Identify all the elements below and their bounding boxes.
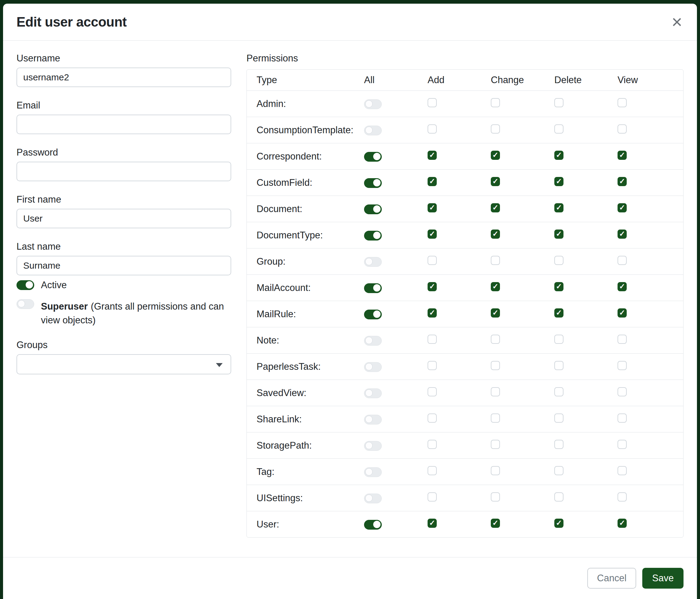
permission-add-checkbox[interactable] bbox=[428, 230, 437, 239]
username-input[interactable] bbox=[17, 68, 231, 87]
permission-delete-checkbox[interactable] bbox=[554, 151, 564, 160]
permission-view-checkbox[interactable] bbox=[618, 256, 627, 265]
permission-all-toggle[interactable] bbox=[364, 494, 382, 503]
permission-view-checkbox[interactable] bbox=[618, 361, 627, 370]
close-icon[interactable]: × bbox=[670, 13, 683, 31]
permission-delete-checkbox[interactable] bbox=[554, 466, 564, 475]
permission-change-checkbox[interactable] bbox=[491, 98, 500, 107]
permission-delete-checkbox[interactable] bbox=[554, 177, 564, 186]
permission-view-checkbox[interactable] bbox=[618, 413, 627, 423]
permission-delete-checkbox[interactable] bbox=[554, 282, 564, 291]
first-name-input[interactable] bbox=[17, 209, 231, 228]
permission-add-checkbox[interactable] bbox=[428, 466, 437, 475]
permission-all-toggle[interactable] bbox=[364, 205, 382, 214]
permission-all-toggle[interactable] bbox=[364, 231, 382, 241]
permission-type-label: CustomField: bbox=[256, 177, 312, 188]
permission-all-toggle[interactable] bbox=[364, 99, 382, 109]
permission-view-checkbox[interactable] bbox=[618, 98, 627, 107]
permission-change-checkbox[interactable] bbox=[491, 413, 500, 423]
permission-all-toggle[interactable] bbox=[364, 257, 382, 267]
permission-delete-checkbox[interactable] bbox=[554, 492, 564, 502]
permission-add-checkbox[interactable] bbox=[428, 492, 437, 502]
permission-add-checkbox[interactable] bbox=[428, 177, 437, 186]
permission-view-checkbox[interactable] bbox=[618, 519, 627, 528]
permission-view-checkbox[interactable] bbox=[618, 466, 627, 475]
permission-change-checkbox[interactable] bbox=[491, 335, 500, 344]
superuser-toggle[interactable] bbox=[17, 299, 34, 309]
permission-all-toggle[interactable] bbox=[364, 441, 382, 451]
permission-all-toggle[interactable] bbox=[364, 126, 382, 136]
permission-all-toggle[interactable] bbox=[364, 178, 382, 188]
permission-add-checkbox[interactable] bbox=[428, 282, 437, 291]
permission-view-checkbox[interactable] bbox=[618, 440, 627, 449]
permission-add-checkbox[interactable] bbox=[428, 361, 437, 370]
permission-change-checkbox[interactable] bbox=[491, 492, 500, 502]
permission-add-checkbox[interactable] bbox=[428, 151, 437, 160]
last-name-label: Last name bbox=[17, 241, 231, 252]
permission-view-checkbox[interactable] bbox=[618, 282, 627, 291]
permission-all-toggle[interactable] bbox=[364, 152, 382, 162]
permission-all-toggle[interactable] bbox=[364, 388, 382, 398]
permission-all-toggle[interactable] bbox=[364, 415, 382, 425]
permission-add-checkbox[interactable] bbox=[428, 256, 437, 265]
permission-all-toggle[interactable] bbox=[364, 336, 382, 346]
permission-delete-checkbox[interactable] bbox=[554, 387, 564, 397]
permission-change-checkbox[interactable] bbox=[491, 519, 500, 528]
permission-view-checkbox[interactable] bbox=[618, 308, 627, 317]
permission-add-checkbox[interactable] bbox=[428, 335, 437, 344]
permission-all-toggle[interactable] bbox=[364, 362, 382, 372]
permission-all-toggle[interactable] bbox=[364, 520, 382, 530]
permission-all-toggle[interactable] bbox=[364, 310, 382, 319]
permission-change-checkbox[interactable] bbox=[491, 308, 500, 317]
permission-delete-checkbox[interactable] bbox=[554, 308, 564, 317]
last-name-input[interactable] bbox=[17, 256, 231, 275]
permission-add-checkbox[interactable] bbox=[428, 98, 437, 107]
email-input[interactable] bbox=[17, 115, 231, 134]
permission-delete-checkbox[interactable] bbox=[554, 413, 564, 423]
permission-add-checkbox[interactable] bbox=[428, 440, 437, 449]
active-toggle[interactable] bbox=[17, 280, 34, 290]
permission-all-toggle[interactable] bbox=[364, 283, 382, 293]
permission-view-checkbox[interactable] bbox=[618, 124, 627, 134]
permission-change-checkbox[interactable] bbox=[491, 440, 500, 449]
permission-delete-checkbox[interactable] bbox=[554, 98, 564, 107]
permission-change-checkbox[interactable] bbox=[491, 466, 500, 475]
permission-change-checkbox[interactable] bbox=[491, 203, 500, 212]
permission-delete-checkbox[interactable] bbox=[554, 124, 564, 134]
save-button[interactable]: Save bbox=[642, 568, 683, 589]
permission-view-checkbox[interactable] bbox=[618, 492, 627, 502]
permission-delete-checkbox[interactable] bbox=[554, 203, 564, 212]
permission-change-checkbox[interactable] bbox=[491, 151, 500, 160]
permission-delete-checkbox[interactable] bbox=[554, 361, 564, 370]
permission-view-checkbox[interactable] bbox=[618, 387, 627, 397]
permission-view-checkbox[interactable] bbox=[618, 335, 627, 344]
permission-add-checkbox[interactable] bbox=[428, 124, 437, 134]
permission-change-checkbox[interactable] bbox=[491, 256, 500, 265]
toggle-knob bbox=[373, 206, 380, 213]
permission-view-checkbox[interactable] bbox=[618, 203, 627, 212]
permission-add-checkbox[interactable] bbox=[428, 308, 437, 317]
groups-select[interactable] bbox=[17, 354, 231, 375]
password-input[interactable] bbox=[17, 162, 231, 181]
permission-add-checkbox[interactable] bbox=[428, 519, 437, 528]
permission-change-checkbox[interactable] bbox=[491, 124, 500, 134]
permission-add-checkbox[interactable] bbox=[428, 387, 437, 397]
permission-view-checkbox[interactable] bbox=[618, 230, 627, 239]
permission-add-checkbox[interactable] bbox=[428, 203, 437, 212]
permission-delete-checkbox[interactable] bbox=[554, 440, 564, 449]
table-row: Document: bbox=[247, 196, 683, 222]
permission-delete-checkbox[interactable] bbox=[554, 519, 564, 528]
permission-view-checkbox[interactable] bbox=[618, 151, 627, 160]
permission-change-checkbox[interactable] bbox=[491, 387, 500, 397]
permission-delete-checkbox[interactable] bbox=[554, 256, 564, 265]
permission-change-checkbox[interactable] bbox=[491, 177, 500, 186]
permission-change-checkbox[interactable] bbox=[491, 361, 500, 370]
permission-change-checkbox[interactable] bbox=[491, 230, 500, 239]
permission-delete-checkbox[interactable] bbox=[554, 230, 564, 239]
permission-add-checkbox[interactable] bbox=[428, 413, 437, 423]
permission-change-checkbox[interactable] bbox=[491, 282, 500, 291]
permission-delete-checkbox[interactable] bbox=[554, 335, 564, 344]
permission-all-toggle[interactable] bbox=[364, 467, 382, 477]
cancel-button[interactable]: Cancel bbox=[587, 568, 636, 589]
permission-view-checkbox[interactable] bbox=[618, 177, 627, 186]
